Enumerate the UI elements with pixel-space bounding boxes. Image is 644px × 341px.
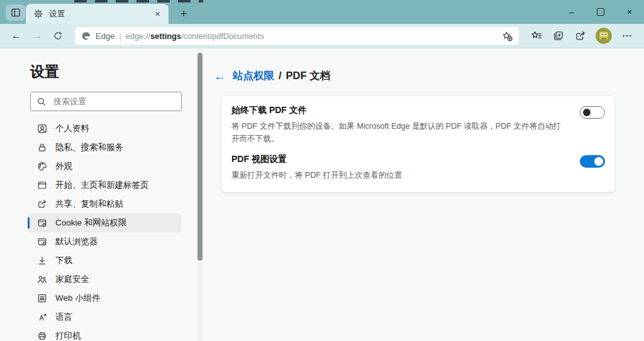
sidebar-item-label: 外观 bbox=[55, 161, 72, 172]
share-button[interactable] bbox=[571, 27, 590, 45]
breadcrumb-parent-link[interactable]: 站点权限 bbox=[233, 69, 274, 83]
settings-content: ← 站点权限 / PDF 文档 始终下载 PDF 文件将 PDF 文件下载到你的… bbox=[203, 48, 644, 341]
toggle-knob bbox=[583, 109, 591, 116]
content-back-button[interactable]: ← bbox=[214, 70, 226, 82]
sidebar-item-cookies[interactable]: Cookie 和网站权限 bbox=[28, 214, 181, 232]
settings-card: 始终下载 PDF 文件将 PDF 文件下载到你的设备。如果 Microsoft … bbox=[221, 96, 615, 192]
tab-settings[interactable]: 设置 × bbox=[26, 4, 169, 24]
settings-sidebar: 设置 个人资料隐私、搜索和服务外观开始、主页和新建标签页共享、复制和粘贴Cook… bbox=[0, 48, 197, 341]
refresh-icon bbox=[53, 31, 63, 41]
sidebar-item-label: 隐私、搜索和服务 bbox=[55, 142, 123, 153]
back-button[interactable]: ← bbox=[8, 27, 25, 45]
maximize-icon bbox=[597, 8, 604, 16]
tab-workspaces-button[interactable] bbox=[6, 4, 25, 21]
download-icon bbox=[37, 256, 47, 266]
sidebar-item-privacy[interactable]: 隐私、搜索和服务 bbox=[28, 138, 181, 157]
privacy-lock-icon bbox=[37, 143, 47, 153]
favorites-star-list-icon bbox=[531, 30, 542, 41]
settings-search-box[interactable] bbox=[30, 92, 182, 111]
page-title: PDF 文档 bbox=[286, 69, 331, 83]
ellipsis-icon bbox=[621, 30, 633, 41]
gear-icon bbox=[33, 9, 43, 19]
sidebar-item-printers[interactable]: 打印机 bbox=[28, 327, 181, 341]
setting-description: 重新打开文件时，将 PDF 打开到上次查看的位置 bbox=[231, 169, 402, 181]
setting-title: PDF 视图设置 bbox=[231, 154, 402, 165]
share-copy-icon bbox=[37, 199, 47, 209]
sidebar-item-label: Web 小组件 bbox=[55, 293, 101, 304]
maximize-button[interactable] bbox=[586, 0, 615, 24]
site-brand-label: Edge bbox=[96, 31, 114, 41]
forward-button[interactable]: → bbox=[28, 27, 46, 45]
refresh-button[interactable] bbox=[49, 27, 67, 45]
collections-button[interactable] bbox=[549, 27, 568, 45]
collections-icon bbox=[553, 30, 564, 41]
breadcrumb: ← 站点权限 / PDF 文档 bbox=[214, 69, 330, 83]
breadcrumb-separator: / bbox=[279, 70, 282, 82]
background-window-artifact bbox=[74, 0, 203, 3]
sidebar-item-downloads[interactable]: 下载 bbox=[28, 251, 181, 270]
favorites-button[interactable] bbox=[527, 27, 546, 45]
sidebar-item-family-safety[interactable]: 家庭安全 bbox=[28, 270, 181, 289]
sidebar-item-label: 家庭安全 bbox=[55, 274, 89, 285]
sidebar-item-label: 默认浏览器 bbox=[55, 236, 98, 247]
sidebar-item-profile[interactable]: 个人资料 bbox=[28, 119, 181, 138]
address-bar[interactable]: Edge | edge://settings/content/pdfDocume… bbox=[75, 27, 519, 45]
default-browser-icon bbox=[37, 237, 47, 247]
sidebar-scrollbar-thumb[interactable] bbox=[197, 53, 203, 261]
url-text: edge://settings/content/pdfDocuments bbox=[126, 31, 264, 41]
sidebar-item-languages[interactable]: 语言 bbox=[28, 308, 181, 327]
sidebar-item-label: 个人资料 bbox=[55, 123, 89, 134]
add-favorite-button[interactable] bbox=[502, 31, 513, 41]
settings-more-button[interactable] bbox=[618, 27, 636, 45]
family-icon bbox=[37, 274, 47, 284]
star-add-icon bbox=[502, 31, 513, 41]
setting-description: 将 PDF 文件下载到你的设备。如果 Microsoft Edge 是默认的 P… bbox=[231, 120, 567, 145]
setting-row-pdf-view-settings: PDF 视图设置重新打开文件时，将 PDF 打开到上次查看的位置 bbox=[231, 154, 605, 181]
sidebar-item-default-browser[interactable]: 默认浏览器 bbox=[28, 232, 181, 251]
search-input[interactable] bbox=[52, 96, 175, 107]
cookies-permissions-icon bbox=[37, 218, 47, 228]
new-tab-button[interactable]: + bbox=[175, 6, 192, 22]
sidebar-item-label: 共享、复制和粘贴 bbox=[55, 198, 123, 210]
sidebar-item-appearance[interactable]: 外观 bbox=[28, 157, 181, 176]
sidebar-item-web-widgets[interactable]: Web 小组件 bbox=[28, 289, 181, 308]
tab-title: 设置 bbox=[49, 9, 146, 19]
sidebar-item-label: Cookie 和网站权限 bbox=[55, 217, 126, 229]
title-bar: 设置 × + – × bbox=[0, 0, 644, 24]
sidebar-item-start-home[interactable]: 开始、主页和新建标签页 bbox=[28, 176, 181, 195]
profile-icon bbox=[37, 124, 47, 134]
browser-toolbar: ← → Edge | edge://settings/content/pdfDo… bbox=[0, 24, 644, 48]
workspaces-icon bbox=[10, 7, 21, 18]
pdf-view-settings-toggle[interactable] bbox=[580, 155, 605, 168]
minimize-button[interactable]: – bbox=[557, 0, 586, 24]
share-icon bbox=[575, 30, 586, 41]
profile-avatar[interactable] bbox=[596, 28, 612, 44]
close-button[interactable]: × bbox=[615, 0, 644, 24]
sidebar-nav: 个人资料隐私、搜索和服务外观开始、主页和新建标签页共享、复制和粘贴Cookie … bbox=[0, 119, 197, 341]
toggle-knob bbox=[594, 157, 603, 166]
sidebar-item-share-copy-paste[interactable]: 共享、复制和粘贴 bbox=[28, 195, 181, 214]
setting-text: 始终下载 PDF 文件将 PDF 文件下载到你的设备。如果 Microsoft … bbox=[231, 105, 567, 145]
start-home-icon bbox=[37, 180, 47, 190]
sidebar-item-label: 开始、主页和新建标签页 bbox=[55, 180, 149, 191]
setting-row-always-download-pdf: 始终下载 PDF 文件将 PDF 文件下载到你的设备。如果 Microsoft … bbox=[231, 105, 605, 145]
widgets-icon bbox=[37, 293, 47, 303]
printer-icon bbox=[37, 331, 47, 341]
search-icon bbox=[36, 97, 47, 107]
tab-close-button[interactable]: × bbox=[152, 8, 164, 20]
sidebar-item-label: 语言 bbox=[55, 311, 72, 323]
setting-text: PDF 视图设置重新打开文件时，将 PDF 打开到上次查看的位置 bbox=[231, 154, 402, 181]
always-download-pdf-toggle[interactable] bbox=[580, 106, 605, 119]
edge-logo-icon bbox=[81, 31, 91, 41]
language-icon bbox=[37, 312, 47, 322]
sidebar-item-label: 下载 bbox=[55, 255, 72, 266]
sidebar-item-label: 打印机 bbox=[55, 330, 81, 341]
sidebar-scrollbar[interactable] bbox=[197, 48, 203, 341]
avatar-image bbox=[596, 28, 612, 44]
appearance-icon bbox=[37, 161, 47, 171]
sidebar-title: 设置 bbox=[30, 62, 59, 82]
window-controls: – × bbox=[557, 0, 644, 24]
setting-title: 始终下载 PDF 文件 bbox=[231, 105, 567, 116]
address-separator: | bbox=[119, 31, 121, 41]
